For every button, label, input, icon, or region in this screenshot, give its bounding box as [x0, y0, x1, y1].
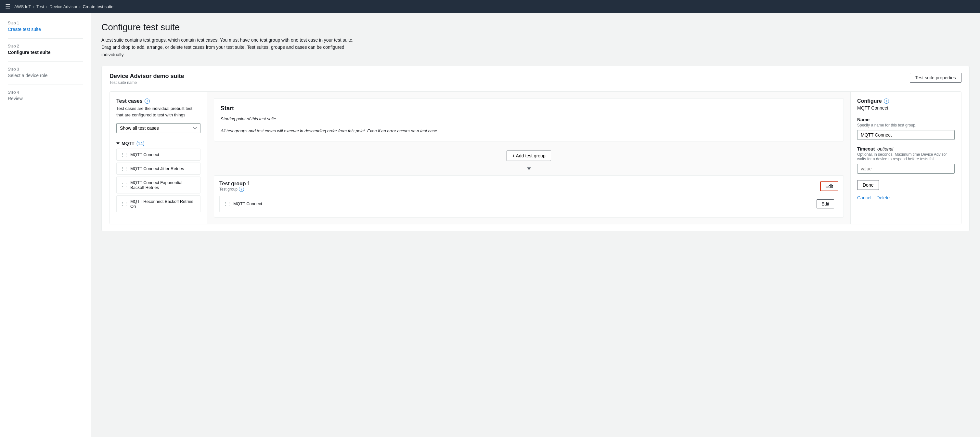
test-group-edit-button[interactable]: Edit — [820, 182, 838, 191]
step-4-label: Step 4 — [8, 90, 83, 95]
test-cases-description: Test cases are the individual prebuilt t… — [116, 105, 200, 118]
flow-arrow — [527, 167, 531, 170]
test-case-item-mqtt-reconnect[interactable]: ⋮⋮ MQTT Reconnect Backoff Retries On — [116, 195, 200, 212]
test-group-header: Test group 1 Test group i Edit — [220, 181, 838, 192]
flow-connector-section: + Add test group — [214, 142, 844, 173]
test-group-title: Test group 1 — [220, 181, 250, 187]
configure-title: Configure i — [857, 98, 955, 104]
top-bar: ☰ AWS IoT › Test › Device Advisor › Crea… — [0, 0, 980, 13]
mqtt-collapse-icon[interactable] — [116, 142, 119, 144]
drag-handle-4: ⋮⋮ — [121, 202, 128, 206]
canvas-panel: Start Starting point of this test suite.… — [207, 92, 851, 224]
page-description: A test suite contains test groups, which… — [101, 37, 355, 58]
configure-subtitle: MQTT Connect — [857, 105, 955, 110]
sidebar-step-3: Step 3 Select a device role — [8, 67, 83, 78]
test-cases-dropdown[interactable]: Show all test cases MQTT TLS Reconnect — [116, 123, 200, 133]
start-description-1: Starting point of this test suite. — [221, 116, 837, 123]
test-case-label-1: MQTT Connect — [130, 152, 159, 157]
test-case-row-mqtt-connect: ⋮⋮ MQTT Connect Edit — [220, 196, 838, 212]
step-2-title: Configure test suite — [8, 50, 83, 55]
main-content: Configure test suite A test suite contai… — [91, 13, 980, 437]
drag-handle-row: ⋮⋮ — [224, 202, 231, 206]
configure-info-icon[interactable]: i — [884, 99, 889, 104]
test-case-label-3: MQTT Connect Exponential Backoff Retries — [130, 180, 196, 190]
timeout-input[interactable] — [857, 164, 955, 174]
name-sublabel: Specify a name for this test group. — [857, 123, 955, 128]
breadcrumb-sep-2: › — [46, 4, 48, 9]
breadcrumb-device-advisor[interactable]: Device Advisor — [49, 4, 77, 9]
mqtt-count: (14) — [137, 141, 145, 146]
test-group-sublabel-text: Test group — [220, 187, 237, 191]
suite-name-block: Device Advisor demo suite Test suite nam… — [110, 73, 184, 85]
test-case-label-2: MQTT Connect Jitter Retries — [130, 166, 184, 171]
test-case-item-mqtt-connect[interactable]: ⋮⋮ MQTT Connect — [116, 148, 200, 161]
test-case-row-name: ⋮⋮ MQTT Connect — [224, 201, 262, 206]
timeout-sublabel: Optional, in seconds. Maximum time Devic… — [857, 152, 955, 161]
step-3-title: Select a device role — [8, 73, 83, 78]
test-cases-info-icon[interactable]: i — [145, 99, 150, 104]
suite-container: Device Advisor demo suite Test suite nam… — [101, 66, 970, 231]
configure-panel: Configure i MQTT Connect Name Specify a … — [851, 92, 961, 224]
start-title: Start — [221, 105, 837, 112]
drag-handle-3: ⋮⋮ — [121, 183, 128, 187]
name-label: Name — [857, 117, 955, 122]
drag-handle-1: ⋮⋮ — [121, 153, 128, 157]
sidebar-step-4: Step 4 Review — [8, 90, 83, 101]
start-description-2: All test groups and test cases will exec… — [221, 128, 837, 135]
suite-header: Device Advisor demo suite Test suite nam… — [110, 73, 961, 85]
step-1-title[interactable]: Create test suite — [8, 27, 83, 32]
breadcrumb-aws-iot[interactable]: AWS IoT — [14, 4, 31, 9]
test-group-sublabel: Test group i — [220, 187, 250, 192]
sidebar: Step 1 Create test suite Step 2 Configur… — [0, 13, 91, 437]
breadcrumb: AWS IoT › Test › Device Advisor › Create… — [14, 4, 113, 9]
timeout-optional-text: optional — [877, 146, 893, 152]
test-case-label-4: MQTT Reconnect Backoff Retries On — [130, 199, 196, 209]
delete-link[interactable]: Delete — [877, 195, 890, 200]
timeout-label-text: Timeout — [857, 146, 875, 152]
add-test-group-button[interactable]: + Add test group — [507, 150, 551, 161]
suite-name: Device Advisor demo suite — [110, 73, 184, 80]
breadcrumb-test[interactable]: Test — [37, 4, 44, 9]
page-title: Configure test suite — [101, 22, 970, 32]
test-group-info-icon[interactable]: i — [239, 187, 244, 192]
flow-line-1 — [529, 144, 529, 150]
test-case-edit-button[interactable]: Edit — [816, 199, 834, 209]
breadcrumb-sep-3: › — [79, 4, 81, 9]
sidebar-step-1: Step 1 Create test suite — [8, 21, 83, 32]
drag-handle-2: ⋮⋮ — [121, 166, 128, 171]
test-cases-title-text: Test cases — [116, 98, 143, 104]
configure-title-text: Configure — [857, 98, 882, 104]
step-4-title: Review — [8, 96, 83, 101]
breadcrumb-sep-1: › — [33, 4, 35, 9]
flow-line-2 — [529, 161, 529, 167]
test-group-title-block: Test group 1 Test group i — [220, 181, 250, 192]
mqtt-group: MQTT (14) ⋮⋮ MQTT Connect ⋮⋮ MQTT Connec… — [116, 141, 200, 212]
name-input[interactable] — [857, 130, 955, 140]
configure-actions: Cancel Delete — [857, 195, 955, 200]
suite-sublabel: Test suite name — [110, 80, 184, 85]
step-3-label: Step 3 — [8, 67, 83, 72]
step-1-label: Step 1 — [8, 21, 83, 26]
suite-properties-button[interactable]: Test suite properties — [910, 73, 961, 83]
done-button[interactable]: Done — [857, 180, 879, 190]
test-case-row-label: MQTT Connect — [233, 201, 262, 206]
sidebar-step-2: Step 2 Configure test suite — [8, 44, 83, 55]
breadcrumb-current: Create test suite — [83, 4, 113, 9]
test-group-1-box: Test group 1 Test group i Edit ⋮⋮ — [214, 175, 844, 217]
test-cases-title: Test cases i — [116, 98, 200, 104]
cancel-link[interactable]: Cancel — [857, 195, 872, 200]
timeout-label: Timeout optional — [857, 146, 955, 152]
step-2-label: Step 2 — [8, 44, 83, 48]
test-case-item-mqtt-jitter[interactable]: ⋮⋮ MQTT Connect Jitter Retries — [116, 163, 200, 175]
start-box: Start Starting point of this test suite.… — [214, 98, 844, 142]
three-column-layout: Test cases i Test cases are the individu… — [110, 91, 961, 224]
hamburger-icon[interactable]: ☰ — [5, 3, 10, 10]
test-cases-panel: Test cases i Test cases are the individu… — [110, 92, 207, 224]
test-case-item-mqtt-exponential[interactable]: ⋮⋮ MQTT Connect Exponential Backoff Retr… — [116, 177, 200, 193]
mqtt-label: MQTT — [121, 141, 135, 146]
mqtt-group-header: MQTT (14) — [116, 141, 200, 146]
